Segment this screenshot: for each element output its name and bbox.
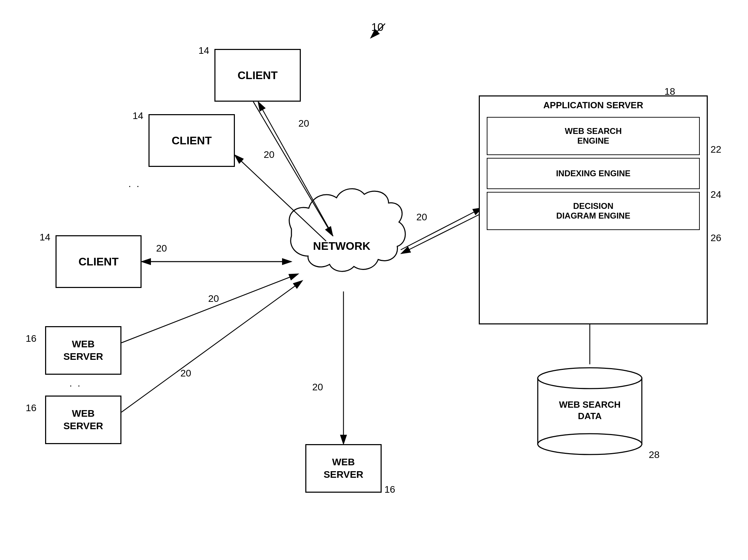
- svg-line-9: [121, 274, 298, 343]
- svg-line-6: [235, 155, 326, 241]
- svg-line-4: [258, 102, 333, 236]
- web-search-data-id: 28: [649, 449, 660, 460]
- svg-line-13: [402, 213, 482, 253]
- webserver2-id: 16: [26, 402, 36, 414]
- webserver3-id: 16: [384, 484, 395, 495]
- conn-label-7: 20: [416, 212, 427, 223]
- svg-point-16: [538, 368, 642, 389]
- svg-text:DATA: DATA: [578, 411, 602, 421]
- conn-label-1: 20: [298, 118, 309, 129]
- svg-text:WEB SEARCH: WEB SEARCH: [559, 399, 621, 410]
- client2-id: 14: [133, 110, 143, 121]
- svg-point-17: [538, 434, 642, 455]
- indexing-engine-id: 24: [711, 189, 721, 200]
- app-server-title: APPLICATION SERVER: [480, 96, 707, 114]
- client3-id: 14: [40, 232, 50, 243]
- diagram: NETWORK 10 CLIENT 14 CLIENT 1: [0, 0, 748, 560]
- web-search-engine-box: WEB SEARCHENGINE: [487, 117, 700, 155]
- client2-box: CLIENT: [148, 114, 235, 167]
- conn-label-2: 20: [264, 149, 274, 160]
- client1-id: 14: [198, 45, 209, 56]
- client-dots: · ·: [128, 180, 141, 192]
- webserver-dots: · ·: [69, 380, 82, 391]
- network-cloud: NETWORK: [289, 189, 406, 271]
- conn-label-3: 20: [156, 243, 167, 254]
- webserver3-box: WEBSERVER: [305, 444, 382, 493]
- webserver1-box: WEBSERVER: [45, 326, 121, 375]
- webserver2-box: WEBSERVER: [45, 396, 121, 444]
- decision-diagram-id: 26: [711, 232, 721, 244]
- svg-line-12: [401, 208, 482, 250]
- web-search-data-cylinder: WEB SEARCH DATA: [534, 364, 645, 461]
- web-search-engine-id: 22: [711, 144, 721, 155]
- client1-box: CLIENT: [214, 49, 301, 102]
- conn-label-4: 20: [208, 293, 219, 304]
- svg-line-5: [253, 102, 332, 235]
- svg-text:NETWORK: NETWORK: [313, 240, 370, 252]
- conn-label-5: 20: [180, 368, 191, 379]
- indexing-engine-box: INDEXING ENGINE: [487, 158, 700, 189]
- app-server-id: 18: [664, 86, 675, 97]
- app-server-box: APPLICATION SERVER WEB SEARCHENGINE INDE…: [479, 95, 708, 324]
- ref-arrow: [364, 20, 392, 41]
- decision-diagram-box: DECISIONDIAGRAM ENGINE: [487, 192, 700, 230]
- conn-label-6: 20: [312, 382, 323, 393]
- svg-line-20: [371, 24, 385, 37]
- webserver1-id: 16: [26, 333, 36, 344]
- client3-box: CLIENT: [56, 235, 142, 288]
